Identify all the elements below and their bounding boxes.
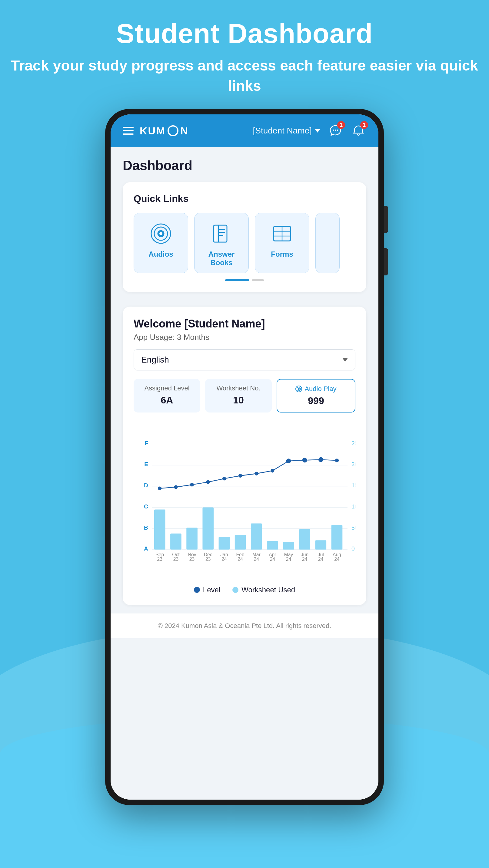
chart-legend: Level Worksheet Used bbox=[134, 586, 355, 594]
svg-text:Aug: Aug bbox=[333, 552, 341, 557]
svg-text:23: 23 bbox=[189, 557, 195, 562]
svg-text:150: 150 bbox=[351, 482, 355, 489]
messages-badge: 1 bbox=[337, 121, 345, 129]
svg-text:Oct: Oct bbox=[172, 552, 180, 557]
scroll-indicator bbox=[134, 279, 355, 281]
svg-text:May: May bbox=[284, 552, 293, 557]
app-footer: © 2024 Kumon Asia & Oceania Pte Ltd. All… bbox=[111, 614, 378, 638]
app-usage-text: App Usage: 3 Months bbox=[134, 333, 355, 342]
audio-play-button[interactable]: Audio Play 999 bbox=[277, 379, 355, 412]
svg-rect-41 bbox=[235, 535, 246, 550]
svg-point-48 bbox=[158, 487, 162, 490]
svg-text:Jun: Jun bbox=[301, 552, 309, 557]
svg-text:D: D bbox=[144, 482, 148, 489]
app-main-content: Dashboard Quick Links bbox=[111, 147, 378, 800]
svg-rect-47 bbox=[332, 525, 343, 550]
navbar-right: [Student Name] 1 bbox=[253, 123, 366, 138]
svg-point-59 bbox=[335, 459, 339, 462]
scroll-dot-active bbox=[225, 279, 249, 281]
legend-level: Level bbox=[194, 586, 220, 594]
header-section: Student Dashboard Track your study progr… bbox=[0, 18, 489, 96]
legend-level-dot bbox=[194, 587, 200, 593]
legend-worksheet: Worksheet Used bbox=[232, 586, 295, 594]
app-navbar: KUM N [Student Name] bbox=[111, 115, 378, 147]
hamburger-menu-button[interactable] bbox=[123, 127, 134, 135]
answer-books-label: Answer Books bbox=[199, 250, 243, 267]
svg-text:23: 23 bbox=[157, 557, 163, 562]
language-dropdown[interactable]: English bbox=[134, 349, 355, 370]
svg-rect-8 bbox=[216, 225, 219, 242]
hamburger-line-1 bbox=[123, 127, 134, 128]
svg-text:Sep: Sep bbox=[155, 552, 164, 557]
svg-rect-45 bbox=[299, 529, 310, 550]
worksheet-no-value: 10 bbox=[211, 395, 266, 406]
svg-point-18 bbox=[298, 388, 300, 390]
quick-link-audios[interactable]: Audios bbox=[134, 213, 188, 273]
svg-text:C: C bbox=[144, 503, 148, 510]
quick-links-row: Audios bbox=[134, 213, 355, 273]
legend-worksheet-dot bbox=[232, 587, 238, 593]
phone-screen: KUM N [Student Name] bbox=[111, 115, 378, 800]
svg-point-6 bbox=[160, 232, 163, 235]
answer-books-icon bbox=[209, 221, 234, 246]
svg-rect-44 bbox=[283, 542, 294, 550]
legend-worksheet-label: Worksheet Used bbox=[241, 586, 295, 594]
phone-device: KUM N [Student Name] bbox=[105, 109, 384, 805]
svg-point-54 bbox=[255, 472, 258, 475]
kumon-logo-text: KUM bbox=[140, 125, 166, 137]
svg-point-57 bbox=[303, 458, 307, 463]
audios-icon bbox=[149, 221, 173, 246]
svg-text:Apr: Apr bbox=[269, 552, 276, 557]
welcome-card: Welcome [Student Name] App Usage: 3 Mont… bbox=[123, 307, 366, 605]
stats-row: Assigned Level 6A Worksheet No. 10 bbox=[134, 379, 355, 412]
dashboard-title: Dashboard bbox=[123, 158, 366, 173]
dashboard-header: Dashboard Quick Links bbox=[111, 147, 378, 307]
chevron-down-icon bbox=[315, 129, 320, 132]
quick-link-forms[interactable]: Forms bbox=[255, 213, 309, 273]
svg-text:24: 24 bbox=[302, 557, 308, 562]
notifications-badge: 1 bbox=[360, 121, 368, 129]
svg-text:24: 24 bbox=[318, 557, 323, 562]
messages-button[interactable]: 1 bbox=[327, 123, 343, 138]
svg-text:0: 0 bbox=[351, 546, 355, 552]
svg-point-0 bbox=[333, 129, 334, 131]
svg-rect-40 bbox=[219, 537, 230, 550]
svg-text:200: 200 bbox=[351, 461, 355, 467]
notifications-button[interactable]: 1 bbox=[350, 123, 366, 138]
svg-text:Feb: Feb bbox=[236, 552, 244, 557]
svg-point-49 bbox=[174, 485, 177, 489]
language-chevron-icon bbox=[342, 358, 348, 362]
audios-label: Audios bbox=[148, 250, 173, 258]
svg-text:23: 23 bbox=[205, 557, 211, 562]
volume-button-2 bbox=[384, 248, 388, 275]
student-name-button[interactable]: [Student Name] bbox=[253, 126, 320, 135]
svg-rect-43 bbox=[267, 541, 278, 550]
worksheet-no-box: Worksheet No. 10 bbox=[205, 379, 272, 412]
svg-text:B: B bbox=[144, 525, 148, 531]
footer-text: © 2024 Kumon Asia & Oceania Pte Ltd. All… bbox=[119, 622, 370, 630]
line-chart bbox=[160, 460, 337, 489]
assigned-level-box: Assigned Level 6A bbox=[134, 379, 200, 412]
bar-sep bbox=[154, 509, 166, 549]
svg-text:Nov: Nov bbox=[188, 552, 196, 557]
svg-text:F: F bbox=[145, 440, 148, 446]
legend-level-label: Level bbox=[203, 586, 220, 594]
svg-text:24: 24 bbox=[254, 557, 259, 562]
svg-text:E: E bbox=[144, 461, 148, 467]
svg-rect-39 bbox=[202, 507, 213, 549]
audio-play-icon bbox=[295, 385, 302, 392]
svg-text:100: 100 bbox=[351, 503, 355, 510]
svg-text:A: A bbox=[144, 546, 148, 552]
assigned-level-value: 6A bbox=[140, 395, 194, 406]
svg-text:24: 24 bbox=[334, 557, 340, 562]
assigned-level-label: Assigned Level bbox=[140, 384, 194, 392]
svg-point-55 bbox=[270, 469, 274, 472]
svg-point-53 bbox=[238, 474, 242, 477]
audio-play-label-row: Audio Play bbox=[283, 385, 349, 393]
svg-rect-37 bbox=[170, 534, 181, 550]
svg-text:24: 24 bbox=[222, 557, 227, 562]
progress-chart: A B C D E F 0 50 100 150 200 250 bbox=[134, 424, 355, 581]
worksheet-no-label: Worksheet No. bbox=[211, 384, 266, 392]
quick-link-answer-books[interactable]: Answer Books bbox=[194, 213, 249, 273]
hamburger-line-2 bbox=[123, 130, 134, 131]
